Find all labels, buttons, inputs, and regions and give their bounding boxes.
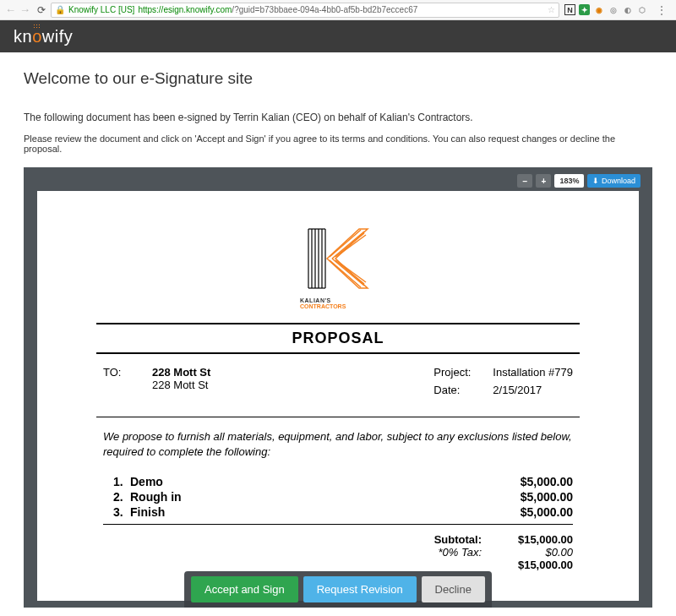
info-to: TO: 228 Mott St 228 Mott St bbox=[103, 366, 400, 401]
contractor-logo-text: KALIAN'S CONTRACTORS bbox=[300, 297, 376, 309]
page-title: Welcome to our e-Signature site bbox=[24, 69, 652, 88]
extension-aperture-icon[interactable]: ⬡ bbox=[636, 4, 647, 15]
lock-icon: 🔒 bbox=[55, 5, 65, 14]
forward-icon[interactable]: → bbox=[19, 3, 30, 16]
bookmark-star-icon[interactable]: ☆ bbox=[548, 5, 555, 14]
zoom-level: 183% bbox=[554, 174, 584, 188]
decline-button[interactable]: Decline bbox=[422, 576, 485, 602]
k-logo-icon bbox=[300, 225, 376, 292]
document-title: PROPOSAL bbox=[96, 324, 580, 352]
url: https://esign.knowify.com/?guid=b73bbaee… bbox=[138, 5, 417, 14]
extension-n-icon[interactable]: N bbox=[564, 4, 575, 15]
extension-camera-icon[interactable]: ◐ bbox=[622, 4, 633, 15]
total-row: $15,000.00 bbox=[103, 559, 573, 571]
zoom-out-button[interactable]: − bbox=[517, 174, 532, 188]
project-value: Installation #779 bbox=[493, 366, 573, 379]
page-content: Welcome to our e-Signature site The foll… bbox=[0, 52, 676, 608]
document-page: KALIAN'S CONTRACTORS PROPOSAL TO: 228 Mo… bbox=[37, 191, 639, 601]
line-items: 1. Demo $5,000.00 2. Rough in $5,000.00 … bbox=[96, 475, 580, 519]
document-intro: We propose to furnish all materials, equ… bbox=[96, 417, 580, 475]
extension-icons: N ✦ ◉ ◎ ◐ ⬡ bbox=[564, 4, 647, 15]
back-icon[interactable]: ← bbox=[5, 3, 16, 16]
totals: Subtotal: $15,000.00 *0% Tax: $0.00 $15,… bbox=[96, 525, 580, 571]
nav-arrows: ← → bbox=[5, 3, 30, 16]
contractor-logo: KALIAN'S CONTRACTORS bbox=[96, 225, 580, 309]
request-revision-button[interactable]: Request Revision bbox=[303, 576, 417, 602]
line-item: 2. Rough in $5,000.00 bbox=[103, 490, 573, 504]
browser-chrome: ← → ⟳ 🔒 Knowify LLC [US] https://esign.k… bbox=[0, 0, 676, 20]
action-bar: Accept and Sign Request Revision Decline bbox=[184, 571, 492, 608]
svg-line-11 bbox=[332, 259, 364, 286]
extension-wp-icon[interactable]: ✦ bbox=[579, 4, 590, 15]
info-project-date: Project: Installation #779 Date: 2/15/20… bbox=[433, 366, 573, 401]
project-label: Project: bbox=[433, 366, 481, 379]
line-item: 3. Finish $5,000.00 bbox=[103, 505, 573, 519]
viewer-toolbar: − + 183% ⬇ Download bbox=[517, 174, 641, 188]
date-value: 2/15/2017 bbox=[493, 384, 542, 396]
extension-orange-icon[interactable]: ◉ bbox=[593, 4, 604, 15]
document-viewer: − + 183% ⬇ Download bbox=[24, 167, 652, 608]
document-info: TO: 228 Mott St 228 Mott St Project: Ins… bbox=[96, 354, 580, 417]
address-bar[interactable]: 🔒 Knowify LLC [US] https://esign.knowify… bbox=[51, 3, 559, 18]
intro-signed-by: The following document has been e-signed… bbox=[24, 112, 652, 123]
intro-instructions: Please review the document and click on … bbox=[24, 134, 652, 154]
to-line1: 228 Mott St bbox=[152, 366, 210, 379]
line-item: 1. Demo $5,000.00 bbox=[103, 475, 573, 488]
subtotal-row: Subtotal: $15,000.00 bbox=[103, 533, 573, 546]
browser-menu-icon[interactable]: ⋮ bbox=[652, 3, 671, 17]
svg-line-8 bbox=[330, 230, 361, 257]
to-line2: 228 Mott St bbox=[152, 379, 210, 391]
svg-line-10 bbox=[330, 260, 361, 287]
app-header: knowify bbox=[0, 20, 676, 52]
date-label: Date: bbox=[433, 384, 481, 396]
ssl-company: Knowify LLC [US] bbox=[68, 5, 134, 14]
accept-sign-button[interactable]: Accept and Sign bbox=[191, 576, 298, 602]
to-label: TO: bbox=[103, 366, 140, 401]
document-frame[interactable]: KALIAN'S CONTRACTORS PROPOSAL TO: 228 Mo… bbox=[30, 174, 646, 601]
svg-line-9 bbox=[332, 232, 364, 259]
reload-icon[interactable]: ⟳ bbox=[37, 4, 46, 16]
extension-grey-icon[interactable]: ◎ bbox=[608, 4, 619, 15]
download-button[interactable]: ⬇ Download bbox=[587, 174, 641, 188]
tax-row: *0% Tax: $0.00 bbox=[103, 546, 573, 559]
zoom-in-button[interactable]: + bbox=[536, 174, 551, 188]
knowify-logo: knowify bbox=[14, 27, 73, 46]
